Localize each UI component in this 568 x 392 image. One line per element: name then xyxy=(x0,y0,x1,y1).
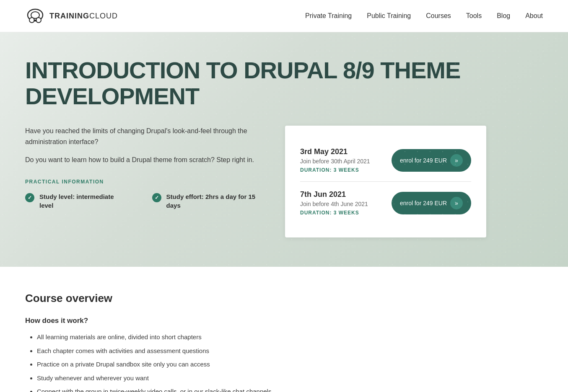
check-items: Study level: intermediate level Study ef… xyxy=(25,192,268,210)
practical-info: PRACTICAL INFORMATION Study level: inter… xyxy=(25,179,268,210)
hero-left: Have you reached the limits of changing … xyxy=(25,126,268,210)
main-nav: Private Training Public Training Courses… xyxy=(305,12,543,20)
nav-tools[interactable]: Tools xyxy=(466,12,482,20)
enrol-button-1[interactable]: enrol for 249 EUR » xyxy=(392,149,471,172)
enrol-button-2-arrow: » xyxy=(450,197,463,209)
enrol-button-2-text: enrol for 249 EUR xyxy=(400,200,450,206)
logo[interactable]: TRAININGCLOUD xyxy=(25,6,118,26)
session-duration-1: DURATION: 3 WEEKS xyxy=(300,167,383,173)
how-it-works-list: All learning materials are online, divid… xyxy=(25,333,352,392)
session-row-2: 7th Jun 2021 Join before 4th June 2021 D… xyxy=(300,190,471,216)
main-content: Course overview How does it work? All le… xyxy=(0,267,377,392)
check-item-label-1: Study level: intermediate level xyxy=(39,192,127,210)
session-duration-2: DURATION: 3 WEEKS xyxy=(300,210,383,216)
list-item: All learning materials are online, divid… xyxy=(37,333,352,342)
course-overview-title: Course overview xyxy=(25,292,352,305)
nav-blog[interactable]: Blog xyxy=(497,12,510,20)
nav-public-training[interactable]: Public Training xyxy=(367,12,411,20)
practical-info-label: PRACTICAL INFORMATION xyxy=(25,179,268,185)
enrol-button-2[interactable]: enrol for 249 EUR » xyxy=(392,192,471,214)
sessions-card: 3rd May 2021 Join before 30th April 2021… xyxy=(285,126,486,237)
list-item: Each chapter comes with activities and a… xyxy=(37,346,352,356)
list-item: Connect with the group in twice-weekly v… xyxy=(37,387,352,392)
session-join-1: Join before 30th April 2021 xyxy=(300,158,383,165)
list-item: Study whenever and wherever you want xyxy=(37,374,352,383)
session-date-1: 3rd May 2021 xyxy=(300,147,383,156)
enrol-button-1-arrow: » xyxy=(450,154,463,167)
session-item-2: 7th Jun 2021 Join before 4th June 2021 D… xyxy=(300,181,471,224)
list-item: Practice on a private Drupal sandbox sit… xyxy=(37,360,352,369)
session-info-1: 3rd May 2021 Join before 30th April 2021… xyxy=(300,147,383,173)
session-info-2: 7th Jun 2021 Join before 4th June 2021 D… xyxy=(300,190,383,216)
session-item-1: 3rd May 2021 Join before 30th April 2021… xyxy=(300,139,471,181)
logo-text: TRAININGCLOUD xyxy=(49,12,118,21)
checkmark-icon-2 xyxy=(152,193,161,202)
checkmark-icon-1 xyxy=(25,193,34,202)
nav-about[interactable]: About xyxy=(525,12,543,20)
check-item-study-effort: Study effort: 2hrs a day for 15 days xyxy=(152,192,268,210)
hero-intro-p1: Have you reached the limits of changing … xyxy=(25,126,268,147)
session-join-2: Join before 4th June 2021 xyxy=(300,201,383,207)
hero-section: INTRODUCTION TO DRUPAL 8/9 THEME DEVELOP… xyxy=(0,32,568,267)
site-header: TRAININGCLOUD Private Training Public Tr… xyxy=(0,0,568,32)
nav-courses[interactable]: Courses xyxy=(426,12,451,20)
page-title: INTRODUCTION TO DRUPAL 8/9 THEME DEVELOP… xyxy=(25,57,486,109)
check-item-study-level: Study level: intermediate level xyxy=(25,192,127,210)
hero-intro-p2: Do you want to learn how to build a Drup… xyxy=(25,155,268,165)
session-row-1: 3rd May 2021 Join before 30th April 2021… xyxy=(300,147,471,173)
nav-private-training[interactable]: Private Training xyxy=(305,12,352,20)
hero-body: Have you reached the limits of changing … xyxy=(25,126,543,237)
enrol-button-1-text: enrol for 249 EUR xyxy=(400,157,450,164)
how-it-works-title: How does it work? xyxy=(25,317,352,325)
logo-icon xyxy=(25,6,45,26)
session-date-2: 7th Jun 2021 xyxy=(300,190,383,199)
check-item-label-2: Study effort: 2hrs a day for 15 days xyxy=(166,192,268,210)
